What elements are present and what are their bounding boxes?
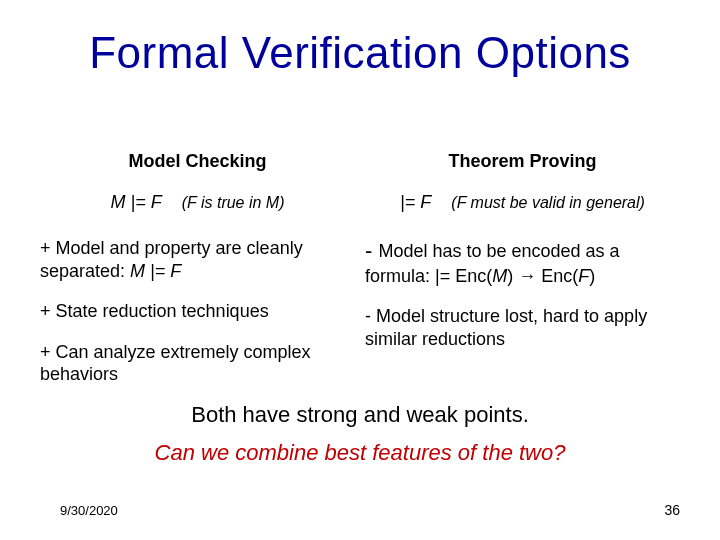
mc-notation-explain: (F is true in M) [182,194,285,211]
conclusion-line: Both have strong and weak points. [40,402,680,428]
mc-point-complex: + Can analyze extremely complex behavior… [40,341,355,386]
tp-point1-end: ) [589,266,595,286]
tp-point-encoding: - Model has to be encoded as a formula: … [365,237,680,287]
tp-notation: |= F (F must be valid in general) [365,191,680,214]
tp-point-structure-lost: - Model structure lost, hard to apply si… [365,305,680,350]
implies-icon: → [518,266,536,286]
mc-heading: Model Checking [40,150,355,173]
column-theorem-proving: Theorem Proving |= F (F must be valid in… [365,150,680,404]
tp-point1-tail: Enc( [536,266,578,286]
tp-point1-mid: ) [507,266,518,286]
question-line: Can we combine best features of the two? [40,440,680,466]
two-column-body: Model Checking M |= F (F is true in M) +… [40,150,680,404]
mc-point1-formula: M |= F [130,261,181,281]
tp-point1-minus: - [365,238,378,263]
mc-notation: M |= F (F is true in M) [40,191,355,214]
tp-point1-m: M [492,266,507,286]
column-model-checking: Model Checking M |= F (F is true in M) +… [40,150,355,404]
tp-notation-explain: (F must be valid in general) [451,194,645,211]
footer-page-number: 36 [664,502,680,518]
tp-heading: Theorem Proving [365,150,680,173]
slide: Formal Verification Options Model Checki… [0,0,720,540]
slide-title: Formal Verification Options [40,28,680,78]
tp-notation-formula: |= F [400,192,431,212]
tp-point1-f: F [578,266,589,286]
mc-point-reduction: + State reduction techniques [40,300,355,323]
mc-notation-formula: M |= F [110,192,161,212]
footer-date: 9/30/2020 [60,503,118,518]
mc-point-separation: + Model and property are cleanly separat… [40,237,355,282]
